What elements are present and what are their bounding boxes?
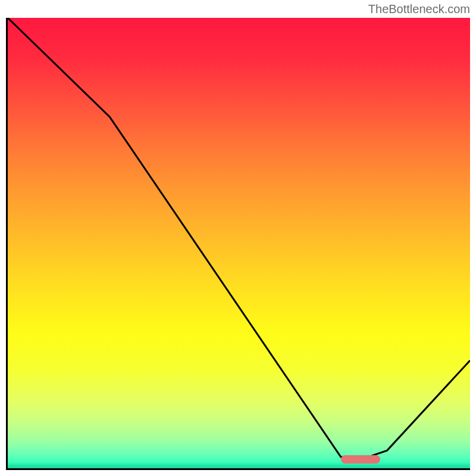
chart-area [6, 18, 470, 470]
bottleneck-curve-path [8, 18, 470, 457]
optimal-range-marker [341, 455, 380, 464]
watermark-text: TheBottleneck.com [368, 2, 470, 16]
bottleneck-curve-svg [8, 18, 470, 468]
